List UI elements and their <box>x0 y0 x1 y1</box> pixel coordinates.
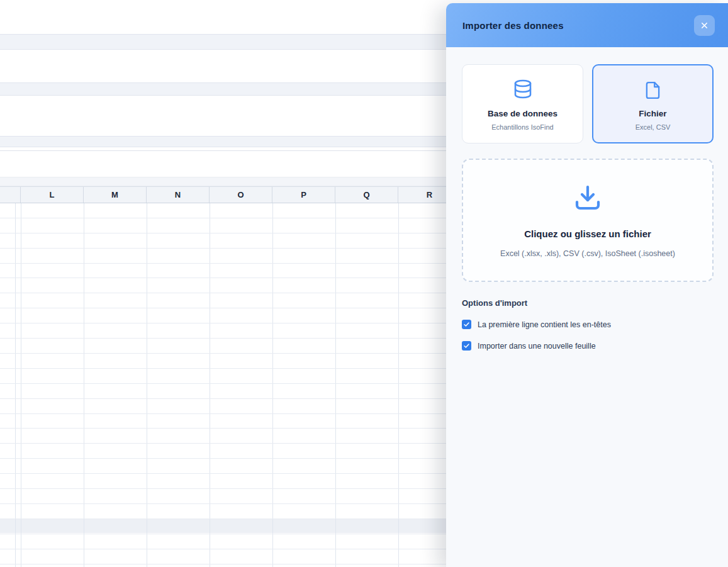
dropzone-title: Cliquez ou glissez un fichier <box>524 228 651 239</box>
source-card-subtitle: Excel, CSV <box>636 123 671 131</box>
panel-title: Importer des donnees <box>462 20 564 31</box>
file-dropzone[interactable]: Cliquez ou glissez un fichier Excel (.xl… <box>462 159 714 282</box>
column-header-M[interactable]: M <box>84 187 147 203</box>
import-panel-body: Base de donnees Echantillons IsoFind Fic… <box>446 47 728 351</box>
source-card-database[interactable]: Base de donnees Echantillons IsoFind <box>462 64 583 143</box>
database-icon <box>512 77 534 103</box>
checkbox-first-row-headers[interactable] <box>462 320 471 329</box>
options-heading: Options d'import <box>462 298 714 308</box>
source-card-title: Base de donnees <box>488 109 557 118</box>
column-header-P[interactable]: P <box>272 187 335 203</box>
column-header-row: LMNOPQR <box>0 186 466 203</box>
sheet-grid[interactable] <box>0 203 446 567</box>
option-first-row-headers[interactable]: La première ligne contient les en-têtes <box>462 320 714 329</box>
app-window: LMNOPQR Importer des donnees <box>0 0 728 567</box>
import-panel: Importer des donnees Base <box>446 3 728 567</box>
column-header-O[interactable]: O <box>210 187 272 203</box>
source-card-file[interactable]: Fichier Excel, CSV <box>592 64 714 143</box>
column-header-N[interactable]: N <box>147 187 210 203</box>
source-card-subtitle: Echantillons IsoFind <box>491 123 553 131</box>
sheet-grid-wrap <box>0 203 446 567</box>
option-import-new-sheet[interactable]: Importer dans une nouvelle feuille <box>462 341 714 351</box>
dropzone-subtitle: Excel (.xlsx, .xls), CSV (.csv), IsoShee… <box>500 249 675 258</box>
option-label: La première ligne contient les en-têtes <box>478 320 611 329</box>
column-header-L[interactable]: L <box>21 187 84 203</box>
close-icon <box>700 21 709 30</box>
column-header-Q[interactable]: Q <box>335 187 398 203</box>
source-card-title: Fichier <box>639 109 666 118</box>
checkbox-import-new-sheet[interactable] <box>462 341 471 351</box>
import-panel-header: Importer des donnees <box>446 3 728 47</box>
option-label: Importer dans une nouvelle feuille <box>478 342 596 351</box>
close-button[interactable] <box>694 15 715 36</box>
download-icon <box>573 182 603 213</box>
column-header-partial[interactable] <box>0 187 21 203</box>
source-cards: Base de donnees Echantillons IsoFind Fic… <box>462 64 714 143</box>
file-icon <box>642 77 663 103</box>
